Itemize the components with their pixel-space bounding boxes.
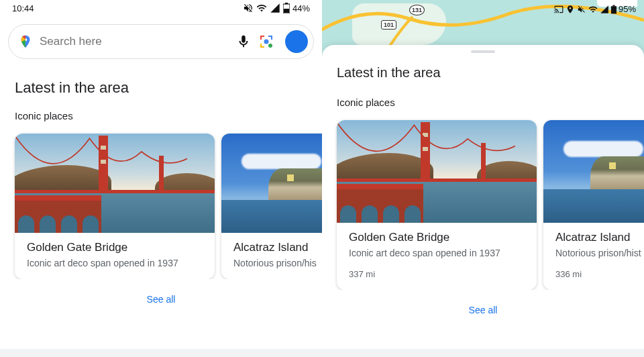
svg-point-11 [264,40,269,44]
place-desc: Notorious prison/hist [555,248,644,258]
svg-rect-2 [284,9,289,13]
svg-rect-9 [260,44,262,48]
place-desc: Iconic art deco span opened in 1937 [27,258,203,268]
see-all-button[interactable]: See all [322,305,644,315]
place-card[interactable]: Alcatraz Island Notorious prison/hist 33… [543,120,644,290]
svg-point-10 [268,44,272,48]
place-desc: Notorious prison/his [233,258,322,268]
section-title: Latest in the area [0,79,322,97]
mute-icon [577,5,586,14]
place-desc: Iconic art deco span opened in 1937 [349,248,525,258]
place-photo [543,120,644,223]
wifi-icon [588,5,598,14]
mute-icon [243,3,254,13]
svg-rect-13 [612,5,614,6]
cast-icon [554,5,564,14]
search-bar[interactable] [8,24,314,59]
right-screenshot: 101 131 95% Latest in the area Iconic pl… [322,0,644,357]
place-card[interactable]: Golden Gate Bridge Iconic art deco span … [337,120,537,290]
place-distance: 336 mi [555,269,644,279]
subsection-title: Iconic places [322,97,644,108]
see-all-button[interactable]: See all [0,294,322,305]
status-bar: 95% [554,4,636,14]
status-bar: 10:44 44% [0,0,322,15]
mic-icon [236,34,251,49]
drag-handle[interactable] [471,50,495,53]
voice-search-button[interactable] [235,34,252,50]
wifi-icon [256,3,267,13]
signal-icon [270,3,280,13]
place-name: Golden Gate Bridge [27,241,203,254]
bottom-strip [322,349,644,357]
account-avatar[interactable] [285,30,308,53]
section-title: Latest in the area [322,65,644,81]
google-maps-icon [18,34,33,49]
left-screenshot: 10:44 44% Latest in the area Iconic plac… [0,0,322,357]
place-photo [15,134,215,233]
places-scroller[interactable]: Golden Gate Bridge Iconic art deco span … [0,121,322,279]
place-name: Alcatraz Island [555,231,644,244]
status-indicators: 44% [243,3,310,13]
location-icon [566,5,575,14]
svg-rect-12 [611,6,616,13]
lens-button[interactable] [258,34,274,50]
place-name: Golden Gate Bridge [349,231,525,244]
bottom-strip [0,349,322,357]
signal-icon [600,5,609,14]
search-input[interactable] [40,35,229,48]
place-card[interactable]: Golden Gate Bridge Iconic art deco span … [15,134,215,279]
battery-text: 95% [619,4,636,14]
route-shield: 101 [381,20,396,30]
battery-text: 44% [292,3,310,13]
place-photo [337,120,537,223]
battery-icon [283,3,290,13]
clock: 10:44 [12,3,34,13]
place-card[interactable]: Alcatraz Island Notorious prison/his [221,134,322,279]
place-photo [221,134,322,233]
bottom-sheet[interactable]: Latest in the area Iconic places [322,45,644,357]
svg-rect-5 [260,36,262,40]
lens-icon [258,34,274,50]
svg-rect-7 [271,36,272,40]
place-name: Alcatraz Island [233,241,322,254]
places-scroller[interactable]: Golden Gate Bridge Iconic art deco span … [322,108,644,290]
subsection-title: Iconic places [0,110,322,121]
svg-rect-1 [285,3,288,4]
place-distance: 337 mi [349,269,525,279]
route-shield: 131 [409,5,425,15]
battery-icon [611,5,616,14]
